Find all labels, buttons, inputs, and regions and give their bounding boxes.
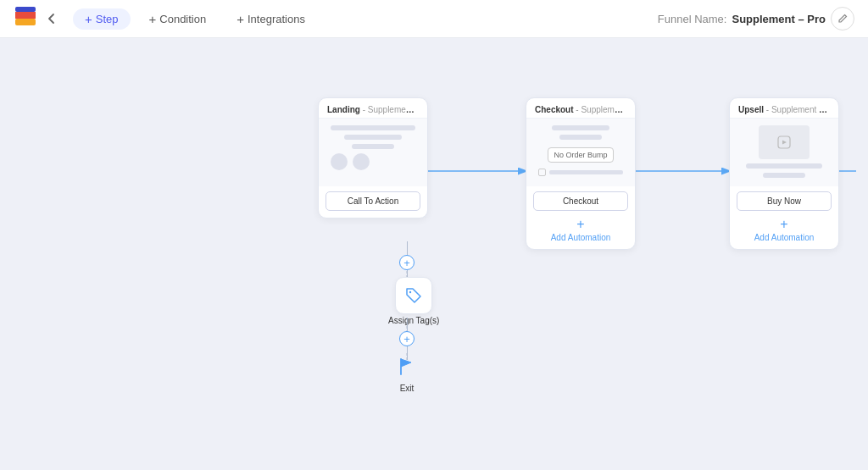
checkout-line-2 (559, 135, 602, 140)
canvas: Landing - Supplement La... Call To Actio… (0, 38, 868, 470)
upsell-title: Upsell (738, 105, 764, 114)
checkout-add-automation-label[interactable]: Add Automation (551, 233, 611, 242)
preview-circle-1 (331, 153, 348, 170)
svg-rect-0 (15, 19, 36, 25)
svg-rect-2 (15, 7, 36, 12)
logo (14, 5, 37, 32)
step-plus-icon: + (85, 12, 92, 26)
checkout-subtitle: - Supplement C... (576, 105, 635, 114)
checkout-preview: No Order Bump (526, 119, 635, 186)
preview-row (331, 153, 416, 170)
landing-add-button[interactable]: + (399, 255, 415, 270)
svg-rect-1 (15, 12, 36, 19)
exit-icon (392, 351, 422, 382)
landing-card-header: Landing - Supplement La... (319, 98, 427, 119)
checkout-checkbox (538, 169, 546, 176)
tab-condition-label: Condition (159, 13, 206, 25)
connector-line-top2 (407, 318, 408, 331)
no-order-bump-badge: No Order Bump (548, 147, 613, 163)
back-button[interactable] (44, 11, 59, 26)
upsell-cta-button[interactable]: Buy Now (737, 191, 832, 211)
connector-line-top (407, 241, 408, 255)
checkout-title: Checkout (535, 105, 574, 114)
upsell-subtitle: - Supplement U... (766, 105, 832, 114)
edit-funnel-button[interactable] (831, 7, 854, 30)
checkout-checkbox-row (538, 169, 624, 176)
checkout-line-1 (552, 125, 609, 130)
tab-integrations[interactable]: + Integrations (225, 8, 317, 30)
funnel-name-label: Funnel Name: (658, 13, 727, 25)
exit-node[interactable]: Exit (392, 351, 422, 393)
tab-step[interactable]: + Step (73, 8, 131, 30)
preview-line-3 (352, 144, 394, 149)
preview-line-2 (344, 135, 401, 140)
preview-line-1 (331, 125, 416, 130)
funnel-name-value: Supplement – Pro (732, 13, 826, 25)
tab-condition[interactable]: + Condition (137, 8, 219, 30)
preview-circle-2 (353, 153, 370, 170)
checkout-card-header: Checkout - Supplement C... (526, 98, 635, 119)
exit-label: Exit (400, 384, 415, 393)
upsell-card-header: Upsell - Supplement U... (730, 98, 838, 119)
upsell-add-automation: + Add Automation (730, 218, 838, 242)
header: + Step + Condition + Integrations Funnel… (0, 0, 868, 38)
landing-preview (319, 119, 427, 186)
integrations-plus-icon: + (236, 12, 244, 26)
tab-step-label: Step (96, 13, 119, 25)
automation-add-button[interactable]: + (399, 331, 415, 346)
tab-integrations-label: Integrations (248, 13, 305, 25)
upsell-line-2 (763, 173, 805, 178)
landing-cta-button[interactable]: Call To Action (326, 191, 420, 211)
checkout-add-automation: + Add Automation (526, 218, 635, 242)
upsell-automation-plus-icon[interactable]: + (780, 218, 787, 231)
upsell-video-preview (759, 125, 810, 159)
checkout-cta-button[interactable]: Checkout (533, 191, 628, 211)
landing-title: Landing (327, 105, 360, 114)
landing-subtitle: - Supplement La... (363, 105, 427, 114)
flag-icon (394, 354, 420, 379)
condition-plus-icon: + (149, 12, 157, 26)
svg-point-6 (409, 291, 411, 293)
upsell-add-automation-label[interactable]: Add Automation (754, 233, 815, 242)
upsell-preview (730, 119, 838, 186)
upsell-line-1 (746, 163, 822, 169)
assign-tags-icon-container (395, 277, 432, 314)
landing-card: Landing - Supplement La... Call To Actio… (318, 97, 428, 218)
checkout-card: Checkout - Supplement C... No Order Bump… (526, 97, 636, 250)
checkout-automation-plus-icon[interactable]: + (576, 218, 584, 231)
checkout-checkbox-line (549, 170, 624, 174)
tag-icon (404, 286, 423, 305)
funnel-name-section: Funnel Name: Supplement – Pro (658, 7, 854, 30)
upsell-card: Upsell - Supplement U... Buy Now + Add A… (729, 97, 839, 250)
